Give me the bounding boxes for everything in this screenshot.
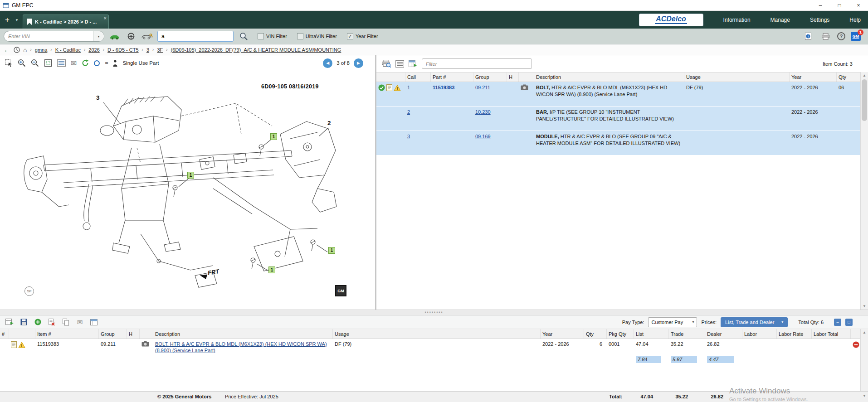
parts-table-row[interactable]: 1 11519383 09.211 BOLT, HTR & A/C EVPR &… (376, 82, 860, 107)
breadcrumb-figure[interactable]: (6D09-105)_2022-2026_DF(79)_A/C & HEATER… (171, 47, 341, 53)
notes-icon[interactable] (386, 84, 392, 93)
callout-1-hotspot[interactable]: 1 (328, 247, 335, 254)
scroll-up-icon[interactable]: ▲ (861, 73, 868, 77)
close-button[interactable]: × (849, 0, 868, 10)
expand-panel-button[interactable]: □ (845, 319, 853, 326)
horizontal-splitter[interactable]: •••••••• (0, 310, 868, 315)
back-icon[interactable]: ← (4, 46, 10, 53)
zoom-out-icon[interactable] (31, 59, 39, 67)
breadcrumb-section[interactable]: 3 (146, 47, 149, 53)
prices-select[interactable]: List, Trade and Dealer ▾ (721, 317, 788, 327)
parts-table-row[interactable]: 2 10.230 BAR, I/P TIE (SEE GROUP 10 "INS… (376, 107, 860, 131)
copy-icon[interactable] (61, 319, 71, 326)
group-link[interactable]: 10.230 (475, 109, 491, 115)
pay-type-select[interactable]: Customer Pay ▾ (648, 317, 697, 327)
splitter-handle[interactable]: •••••••• (424, 311, 443, 314)
parts-filter-input[interactable] (422, 58, 532, 69)
camera-icon[interactable] (521, 86, 528, 91)
car-key-icon[interactable] (141, 31, 153, 42)
scroll-down-icon[interactable]: ▼ (861, 304, 868, 308)
gm-notifications-icon[interactable]: GM 1 (851, 32, 861, 41)
vehicle-select-icon[interactable] (108, 31, 121, 42)
cart-description-link[interactable]: BOLT, HTR & A/C EVPR & BLO MDL (M6X1X23)… (155, 341, 327, 353)
parts-scrollbar[interactable]: ▲ ▼ (860, 72, 868, 310)
acdelco-brand-button[interactable]: ACDelco (639, 14, 703, 26)
breadcrumb-gmna[interactable]: gmna (35, 47, 48, 53)
maximize-button[interactable]: □ (830, 0, 849, 10)
cart-scrollbar[interactable]: ▲ (860, 329, 868, 391)
tab-list-chevron-icon[interactable]: ▾ (13, 18, 21, 22)
cart-row[interactable]: 11519383 09.211 BOLT, HTR & A/C EVPR & B… (0, 339, 860, 355)
tab-catalog[interactable]: K - Cadillac > 2026 > D - ... × (23, 15, 109, 29)
steering-wheel-icon[interactable] (125, 31, 137, 42)
warning-icon[interactable] (18, 342, 25, 349)
call-link[interactable]: 2 (407, 109, 410, 115)
callout-2[interactable]: 2 (327, 120, 331, 126)
collapse-panel-button[interactable]: – (834, 319, 841, 326)
export-grid-icon[interactable] (409, 60, 417, 68)
part-search-input[interactable] (158, 31, 234, 41)
vin-input[interactable] (4, 34, 93, 39)
export-table-icon[interactable] (5, 319, 15, 325)
region-select-icon[interactable] (5, 59, 13, 67)
menu-settings[interactable]: Settings (810, 17, 829, 23)
callout-list-icon[interactable] (57, 59, 66, 67)
ultravin-filter[interactable]: UltraVIN Filter (297, 33, 337, 39)
breadcrumb-subsection[interactable]: 3F (157, 47, 163, 53)
callout-3[interactable]: 3 (96, 94, 100, 101)
breadcrumb-year[interactable]: 2026 (88, 47, 99, 53)
call-link[interactable]: 1 (407, 85, 410, 90)
ultravin-filter-checkbox[interactable] (297, 33, 303, 39)
parts-table-row[interactable]: 3 09.169 MODULE, HTR & A/C EVPR & BLO (S… (376, 131, 860, 155)
zoom-in-icon[interactable] (18, 59, 26, 67)
vin-chevron-icon[interactable]: ▾ (93, 31, 104, 41)
minimize-button[interactable]: – (811, 0, 830, 10)
email-cart-icon[interactable]: ✉ (75, 318, 85, 326)
detail-list-icon[interactable] (395, 60, 404, 68)
history-icon[interactable] (14, 47, 20, 53)
vin-filter-checkbox[interactable] (258, 33, 264, 39)
search-icon[interactable] (238, 31, 250, 42)
callout-1-hotspot[interactable]: 1 (268, 266, 275, 273)
tab-close-icon[interactable]: × (104, 15, 107, 21)
scroll-down-icon[interactable]: ▼ (863, 394, 866, 398)
year-filter[interactable]: ✓ Year Filter (347, 33, 378, 39)
remove-document-icon[interactable] (47, 319, 57, 326)
num-cell (0, 339, 9, 341)
remove-row-icon[interactable] (853, 344, 859, 349)
next-figure-button[interactable]: ▶ (354, 58, 363, 68)
help-icon[interactable]: ? (837, 32, 845, 40)
group-link[interactable]: 09.211 (475, 85, 490, 90)
home-icon[interactable]: ⌂ (23, 47, 27, 53)
call-link[interactable]: 3 (407, 134, 410, 139)
notes-icon[interactable] (11, 341, 17, 349)
refresh-icon[interactable] (82, 59, 89, 67)
email-illustration-icon[interactable]: ✉ (71, 59, 77, 68)
vin-filter[interactable]: VIN Filter (258, 33, 287, 39)
labor-cell (742, 339, 777, 341)
group-link[interactable]: 09.169 (475, 134, 491, 139)
previous-figure-button[interactable]: ◀ (323, 58, 332, 68)
add-item-icon[interactable] (33, 319, 43, 325)
menu-information[interactable]: Information (723, 17, 751, 23)
table-view-icon[interactable] (89, 319, 99, 325)
scroll-up-icon[interactable]: ▲ (861, 330, 868, 334)
year-filter-checkbox[interactable]: ✓ (347, 33, 353, 39)
callout-1-hotspot[interactable]: 1 (187, 172, 194, 179)
menu-manage[interactable]: Manage (770, 17, 790, 23)
callout-1-hotspot[interactable]: 1 (270, 133, 277, 140)
breadcrumb-model[interactable]: D - 6D5 - CT5 (107, 47, 138, 53)
illustration-canvas[interactable]: 6D09-105 08/16/2019 3 2 1 1 1 1 FRT SF G… (0, 71, 375, 310)
print-icon[interactable] (819, 31, 832, 42)
warning-icon[interactable] (394, 85, 401, 93)
new-tab-button[interactable]: + (2, 16, 13, 24)
print-preview-icon[interactable] (382, 60, 391, 68)
fit-to-page-icon[interactable] (44, 59, 52, 67)
menu-help[interactable]: Help (849, 17, 861, 23)
save-icon[interactable] (19, 319, 29, 325)
camera-icon[interactable] (141, 342, 149, 348)
scrollbar-thumb[interactable] (862, 79, 867, 121)
info-document-icon[interactable] (802, 31, 814, 42)
part-number-link[interactable]: 11519383 (433, 85, 454, 90)
breadcrumb-make[interactable]: K - Cadillac (55, 47, 81, 53)
